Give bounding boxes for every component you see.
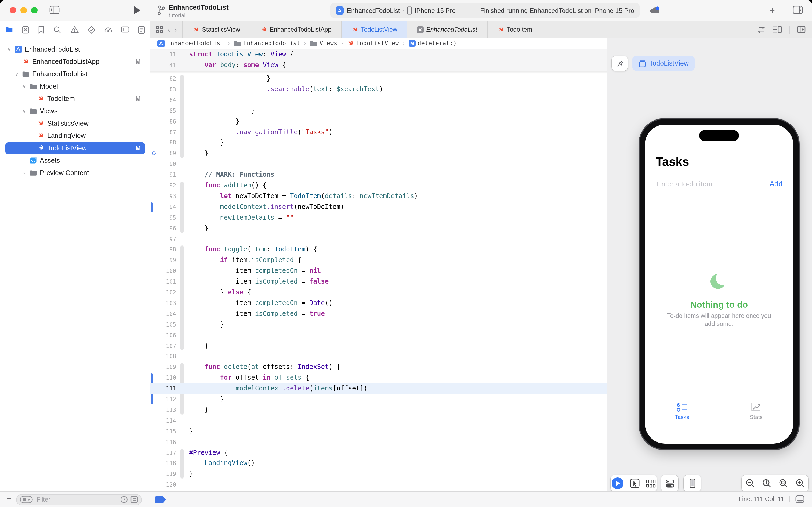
toggle-right-sidebar-icon[interactable] (793, 5, 803, 14)
code-line-111[interactable]: 111 modelContext.delete(items[offset]) (151, 384, 607, 394)
chevron-down-icon[interactable]: ∨ (21, 108, 27, 114)
navigator-bookmark-icon[interactable] (39, 25, 45, 34)
go-forward-chevron-icon[interactable]: › (174, 25, 177, 34)
code-line-110[interactable]: 110 for offset in offsets { (151, 373, 607, 384)
code-line-90[interactable]: 90 (151, 159, 607, 170)
code-line-92[interactable]: 92 func addItem() { (151, 180, 607, 191)
breadcrumb-EnhancedTodoList[interactable]: EnhancedTodoList (157, 40, 224, 47)
breadcrumb-delete(at:)[interactable]: Mdelete(at:) (408, 40, 457, 47)
zoom-in-button[interactable] (795, 478, 805, 488)
recent-files-clock-icon[interactable] (120, 496, 128, 503)
variants-button[interactable] (661, 475, 678, 492)
code-line-94[interactable]: 94 modelContext.insert(newToDoItem) (151, 202, 607, 213)
related-items-grid-icon[interactable] (156, 26, 163, 33)
breakpoint-indicator[interactable] (155, 496, 166, 503)
code-line-99[interactable]: 99 if item.isCompleted { (151, 256, 607, 266)
code-line-115[interactable]: 115} (151, 426, 607, 437)
preview-grid-button[interactable] (646, 480, 656, 488)
jump-bar-breadcrumb[interactable]: EnhancedTodoList›EnhancedTodoList›Views›… (151, 38, 607, 49)
chevron-down-icon[interactable]: ∨ (6, 47, 12, 52)
go-back-chevron-icon[interactable]: ‹ (168, 25, 170, 34)
file-row-TodoItem[interactable]: TodoItemM (0, 92, 151, 105)
code-line-84[interactable]: 84 (151, 95, 607, 106)
code-line-117[interactable]: 117#Preview { (151, 448, 607, 458)
code-line-89[interactable]: 89 } (151, 149, 607, 159)
navigator-filter-bar[interactable] (16, 494, 142, 505)
tab-EnhancedTodoList[interactable]: EnhancedTodoList (407, 21, 487, 38)
navigator-folder-icon[interactable] (5, 26, 13, 33)
run-destination[interactable]: iPhone 15 Pro (415, 7, 456, 14)
code-line-11[interactable]: 11struct TodoListView: View { (151, 49, 607, 61)
file-row-Assets[interactable]: Assets (0, 154, 151, 167)
app-tab-Stats[interactable]: Stats (719, 402, 793, 420)
code-line-103[interactable]: 103 item.completedOn = Date() (151, 298, 607, 309)
todo-entry-field[interactable] (656, 179, 744, 188)
zoom-out-button[interactable] (745, 478, 755, 488)
file-row-Views[interactable]: ∨Views (0, 105, 151, 117)
source-editor[interactable]: EnhancedTodoList›EnhancedTodoList›Views›… (151, 38, 607, 492)
chevron-down-icon[interactable]: ∨ (21, 83, 27, 89)
code-line-105[interactable]: 105 } (151, 319, 607, 330)
tab-TodoListView[interactable]: TodoListView (342, 21, 407, 38)
code-line-98[interactable]: 98 func toggle(item: TodoItem) { (151, 245, 607, 256)
navigator-search-icon[interactable] (53, 25, 61, 34)
code-line-102[interactable]: 102 } else { (151, 287, 607, 298)
filter-input[interactable] (36, 496, 118, 503)
source-control-filter-icon[interactable] (130, 496, 138, 503)
code-review-swap-icon[interactable] (757, 26, 766, 33)
app-tab-Tasks[interactable]: Tasks (645, 402, 719, 420)
navigator-source-control-icon[interactable] (21, 25, 30, 34)
add-editor-plus-icon[interactable]: + (769, 5, 775, 16)
code-line-83[interactable]: 83 .searchable(text: $searchText) (151, 84, 607, 95)
code-line-97[interactable]: 97 (151, 234, 607, 245)
tab-EnhancedTodoListApp[interactable]: EnhancedTodoListApp (250, 21, 342, 38)
tab-StatisticsView[interactable]: StatisticsView (183, 21, 250, 38)
file-row-Preview Content[interactable]: ›Preview Content (0, 167, 151, 179)
minimize-window-button[interactable] (20, 7, 27, 13)
code-line-104[interactable]: 104 item.isCompleted = true (151, 309, 607, 320)
code-line-86[interactable]: 86 } (151, 116, 607, 127)
editor-layout-icon[interactable] (795, 495, 805, 503)
file-row-EnhancedTodoList[interactable]: ∨EnhancedTodoList (0, 43, 151, 55)
code-line-88[interactable]: 88 } (151, 138, 607, 149)
file-row-Model[interactable]: ∨Model (0, 80, 151, 92)
chevron-right-icon[interactable]: › (21, 170, 27, 175)
close-window-button[interactable] (10, 7, 16, 13)
editor-options-icon[interactable] (772, 26, 782, 33)
code-line-100[interactable]: 100 item.completedOn = nil (151, 266, 607, 277)
code-line-41[interactable]: 41 var body: some View { (151, 60, 607, 71)
navigator-tag-icon[interactable] (121, 26, 129, 33)
filter-options-icon[interactable] (20, 496, 33, 503)
breadcrumb-EnhancedTodoList[interactable]: EnhancedTodoList (234, 40, 300, 47)
preview-pointer-button[interactable] (630, 478, 640, 488)
file-row-EnhancedTodoList[interactable]: ∨EnhancedTodoList (0, 68, 151, 80)
code-line-108[interactable]: 108 (151, 351, 607, 362)
navigator-report-icon[interactable] (138, 25, 145, 34)
scheme-device-status-bar[interactable]: A EnhancedTodoList › iPhone 15 Pro Finis… (330, 3, 640, 18)
run-button[interactable] (133, 5, 141, 15)
code-line-114[interactable]: 114 (151, 416, 607, 427)
breadcrumb-TodoListView[interactable]: TodoListView (347, 40, 399, 47)
code-line-106[interactable]: 106 (151, 330, 607, 341)
device-settings-button[interactable] (684, 475, 701, 492)
code-line-120[interactable]: 120 (151, 480, 607, 490)
code-line-118[interactable]: 118 LandingView() (151, 458, 607, 469)
tab-TodoItem[interactable]: TodoItem (487, 21, 542, 38)
file-row-TodoListView[interactable]: TodoListViewM (0, 142, 151, 154)
preview-play-button[interactable] (612, 477, 624, 489)
navigator-warning-icon[interactable] (70, 26, 79, 33)
code-line-93[interactable]: 93 let newToDoItem = TodoItem(details: n… (151, 191, 607, 202)
code-line-113[interactable]: 113 } (151, 405, 607, 416)
code-line-109[interactable]: 109 func delete(at offsets: IndexSet) { (151, 362, 607, 373)
code-line-116[interactable]: 116 (151, 437, 607, 448)
scheme-name[interactable]: EnhancedTodoList (347, 7, 400, 14)
add-file-plus-icon[interactable]: + (6, 494, 11, 504)
code-line-95[interactable]: 95 newItemDetails = "" (151, 212, 607, 223)
file-row-LandingView[interactable]: LandingView (0, 129, 151, 142)
navigator-gauge-icon[interactable] (104, 26, 112, 33)
code-line-85[interactable]: 85 } (151, 106, 607, 116)
breadcrumb-Views[interactable]: Views (310, 40, 337, 47)
file-row-StatisticsView[interactable]: StatisticsView (0, 117, 151, 129)
code-line-96[interactable]: 96 } (151, 223, 607, 234)
toggle-left-sidebar-icon[interactable] (49, 5, 60, 14)
